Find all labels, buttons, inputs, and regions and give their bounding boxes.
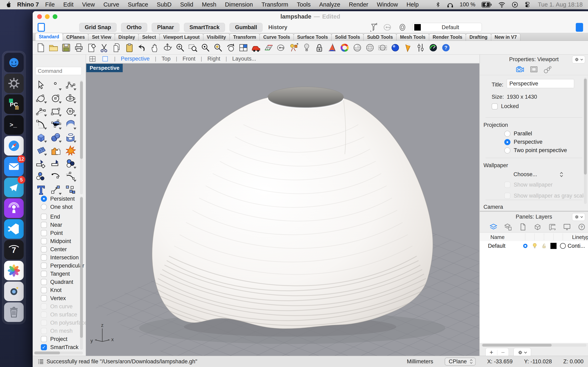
zoom-selected-icon[interactable]	[200, 42, 211, 53]
layer-row[interactable]: Default	[480, 241, 588, 251]
menu-item-dimension[interactable]: Dimension	[225, 1, 253, 8]
dock-item-telegram[interactable]: 5	[4, 178, 24, 197]
ortho-toggle-button[interactable]: Ortho	[121, 23, 147, 32]
viewport-tab-perspective[interactable]: Perspective	[121, 56, 150, 62]
arc-tool[interactable]	[34, 106, 48, 117]
smarttrack-toggle-button[interactable]: SmartTrack	[184, 23, 225, 32]
set-camera-icon[interactable]	[289, 42, 299, 53]
layer-color-swatch[interactable]	[549, 243, 558, 249]
zoom-window-icon[interactable]	[187, 42, 198, 53]
render-icon[interactable]	[327, 42, 337, 53]
dock-item-trash[interactable]	[4, 302, 24, 322]
viewport-canvas[interactable]: Perspective z x y	[86, 63, 479, 356]
tab-viewport-layout[interactable]: Viewport Layout	[159, 33, 203, 41]
fillet-tool[interactable]	[34, 119, 48, 130]
column-name[interactable]: Name	[490, 234, 504, 240]
blend-curve-tool[interactable]	[64, 171, 77, 182]
boolean-tool[interactable]	[49, 145, 62, 156]
split-tool[interactable]	[49, 158, 62, 169]
menu-item-solid[interactable]: Solid	[180, 1, 193, 8]
projection-radio-parallel[interactable]: Parallel	[504, 131, 567, 137]
polygon-tool[interactable]	[64, 106, 77, 117]
page-icon[interactable]	[519, 223, 527, 231]
locked-checkbox[interactable]	[492, 103, 498, 109]
tab-subd-tools[interactable]: SubD Tools	[363, 33, 397, 41]
tab-mesh-tools[interactable]: Mesh Tools	[396, 33, 429, 41]
tab-surface-tools[interactable]: Surface Tools	[294, 33, 332, 41]
concentric-rings-icon[interactable]	[398, 23, 407, 32]
apple-menu-icon[interactable]	[5, 1, 11, 8]
dock-item-vscode[interactable]	[4, 219, 24, 239]
properties-gear-button[interactable]	[572, 56, 585, 63]
wallpaper-checkbox-show-wallpaper-as-gray-scale[interactable]: Show wallpaper as gray scale	[504, 192, 587, 200]
bluetooth-icon[interactable]	[435, 1, 441, 8]
units-label[interactable]: Millimeters	[407, 359, 433, 365]
menu-clock[interactable]: Tue 1. Aug 18:18	[538, 1, 583, 8]
menu-item-file[interactable]: File	[45, 1, 55, 8]
osnap-checkbox-on-curve[interactable]: On curve	[33, 302, 83, 310]
pick-icon[interactable]	[86, 42, 97, 53]
group-tool[interactable]	[34, 171, 48, 182]
color-wheel-icon[interactable]	[339, 42, 350, 53]
explode-tool[interactable]	[64, 145, 77, 156]
tab-curve-tools[interactable]: Curve Tools	[259, 33, 294, 41]
open-file-icon[interactable]	[48, 42, 59, 53]
tab-select[interactable]: Select	[138, 33, 160, 41]
osnap-checkbox-on-surface[interactable]: On surface	[33, 310, 83, 319]
tab-cplanes[interactable]: CPlanes	[63, 33, 89, 41]
active-viewport-label[interactable]: Perspective	[86, 64, 123, 72]
move-tool[interactable]	[49, 184, 62, 195]
tab-set-view[interactable]: Set View	[88, 33, 115, 41]
osnap-scrollbar[interactable]	[80, 196, 83, 350]
tool-palette-scrollbar[interactable]	[80, 80, 83, 194]
named-view-icon[interactable]	[276, 42, 287, 53]
select-tool[interactable]	[34, 80, 48, 91]
trim-tool[interactable]	[34, 158, 48, 169]
print-icon[interactable]	[73, 42, 84, 53]
viewport-tab-layouts[interactable]: Layouts...	[232, 56, 256, 62]
surface-curve-tool[interactable]	[64, 119, 77, 130]
camera-icon[interactable]	[516, 65, 525, 74]
layer-lock-icon[interactable]	[539, 243, 549, 249]
xray-view-icon[interactable]	[365, 42, 375, 53]
menu-item-surface[interactable]: Surface	[128, 1, 148, 8]
menu-item-edit[interactable]: Edit	[63, 1, 73, 8]
battery-icon[interactable]	[481, 2, 492, 8]
dock-item-pycharm[interactable]: PC	[4, 94, 24, 114]
tab-standard[interactable]: Standard	[35, 33, 63, 41]
command-history-icon[interactable]	[37, 358, 44, 365]
mesh-tool[interactable]	[34, 145, 48, 156]
undo-view-icon[interactable]	[225, 42, 236, 53]
dock-item-terminal[interactable]: >_	[4, 115, 24, 135]
tab-transform[interactable]: Transform	[229, 33, 260, 41]
array-tool[interactable]	[64, 184, 77, 195]
curve-tool[interactable]	[34, 92, 48, 104]
command-input[interactable]	[35, 67, 82, 75]
dock-item-photos[interactable]	[4, 261, 24, 280]
menu-item-analyze[interactable]: Analyze	[319, 1, 340, 8]
history-button[interactable]: History	[268, 24, 287, 31]
osnap-checkbox-end[interactable]: End	[33, 213, 83, 221]
viewport-tab-front[interactable]: Front	[182, 56, 195, 62]
undo-icon[interactable]	[137, 42, 147, 53]
osnap-checkbox-on-polysurface[interactable]: On polysurface	[33, 319, 83, 327]
viewport-tab-top[interactable]: Top	[162, 56, 171, 62]
osnap-checkbox-vertex[interactable]: Vertex	[33, 294, 83, 302]
point-tool[interactable]	[49, 80, 62, 91]
right-sidebar-toggle-icon[interactable]	[575, 22, 584, 32]
paste-icon[interactable]	[124, 42, 135, 53]
osnap-checkbox-near[interactable]: Near	[33, 221, 83, 229]
menu-item-help[interactable]: Help	[406, 1, 419, 8]
layer-linetype[interactable]: Conti...	[568, 243, 585, 249]
help-icon[interactable]: ?	[441, 42, 451, 53]
wallpaper-choose-dropdown[interactable]: Choose...	[513, 171, 563, 178]
zoom-dynamic-icon[interactable]	[175, 42, 185, 53]
menu-item-render[interactable]: Render	[349, 1, 368, 8]
move-icon[interactable]	[251, 42, 261, 53]
tab-visibility[interactable]: Visibility	[203, 33, 230, 41]
current-layer-indicator[interactable]	[521, 243, 530, 249]
polyline-tool[interactable]	[64, 80, 77, 91]
scroll-icon[interactable]	[548, 223, 557, 231]
tab-display[interactable]: Display	[115, 33, 139, 41]
projection-radio-perspective[interactable]: Perspective	[504, 139, 567, 145]
